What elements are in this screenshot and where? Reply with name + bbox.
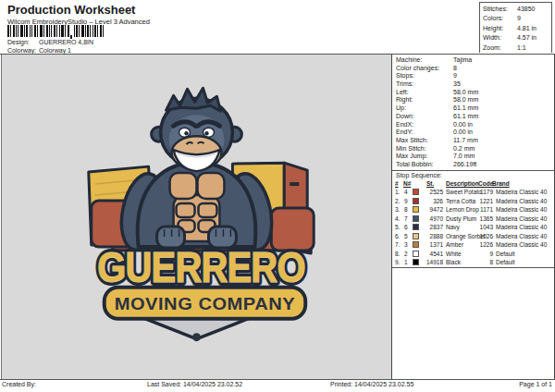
- thread-needle: 3: [404, 240, 408, 250]
- thread-needle: 8: [404, 205, 408, 214]
- thread-code: 8: [470, 258, 493, 267]
- design-value: GUERRERO 4,8IN: [39, 39, 93, 45]
- machine-info-value: 0.00 in: [453, 121, 473, 129]
- machine-info-row: Color changes: 8: [392, 65, 554, 73]
- guerrero-logo-artwork: GUERRERO GUERRERO MOVING COMPANY: [2, 55, 391, 379]
- design-stats-box: Stitches: 43850 Colors: 9 Height: 4.81 i…: [479, 2, 552, 53]
- machine-info-row: EndX: 0.00 in: [392, 121, 554, 129]
- machine-info-value: 61.1 mm: [453, 104, 478, 113]
- colorway-row: Colorway: Colorway 1: [7, 47, 71, 54]
- thread-brand: Madeira Classic 40: [496, 188, 547, 197]
- thread-stitch-count: 2888: [419, 232, 443, 241]
- thread-color-swatch: [413, 224, 419, 230]
- machine-info-label: EndX:: [396, 121, 453, 129]
- thread-color-swatch: [413, 251, 419, 257]
- svg-text:GUERRERO: GUERRERO: [97, 243, 304, 291]
- thread-seq: 1.: [395, 188, 400, 197]
- gorilla-head: [152, 88, 242, 171]
- footer-printed: Printed: 14/04/2025 23.02.55: [330, 381, 413, 387]
- machine-info-label: Up:: [396, 104, 453, 113]
- thread-needle: 4: [404, 188, 408, 197]
- thread-code: 1221: [470, 197, 493, 206]
- thread-seq: 2.: [395, 197, 400, 206]
- machine-info-value: Tajima: [453, 56, 472, 65]
- production-worksheet-page: Production Worksheet Wilcom EmbroiderySt…: [0, 0, 555, 392]
- machine-info-row: Total Bobbin: 266.19ft: [392, 161, 554, 169]
- design-preview-area: GUERRERO GUERRERO MOVING COMPANY: [1, 55, 391, 379]
- thread-seq: 9.: [395, 258, 400, 267]
- col-header-needle: N#: [403, 180, 411, 187]
- machine-info-row: Min Stitch: 0.2 mm: [392, 145, 554, 153]
- thread-row: 8. 2 4541 White 9 Default: [392, 250, 554, 259]
- machine-info-value: 9: [453, 72, 457, 80]
- thread-brand: Madeira Classic 40: [496, 214, 547, 224]
- thread-seq: 8.: [395, 250, 400, 259]
- thread-seq: 4.: [395, 214, 400, 224]
- thread-stitch-count: 2525: [419, 188, 443, 197]
- stat-label: Stitches:: [483, 5, 517, 14]
- stat-label: Width:: [483, 33, 517, 43]
- machine-info-value: 35: [453, 80, 461, 89]
- stat-value: 43850: [517, 5, 535, 14]
- thread-stitch-count: 9472: [419, 205, 443, 214]
- details-panel: Machine: Tajima Color changes: 8 Stops: …: [391, 55, 555, 379]
- machine-info-value: 266.19ft: [453, 161, 476, 169]
- machine-info-value: 58.0 mm: [453, 96, 478, 104]
- design-name-row: Design: GUERRERO 4,8IN: [7, 39, 93, 45]
- machine-info-label: Down:: [396, 113, 453, 121]
- thread-row: 9. 1 14918 Black 8 Default: [392, 258, 554, 267]
- machine-info-row: Max Stitch: 11.7 mm: [392, 137, 554, 145]
- thread-brand: Default: [496, 250, 515, 259]
- machine-info-label: Right:: [396, 96, 453, 104]
- thread-stitch-count: 4970: [419, 214, 443, 224]
- stat-value: 4.81 in: [517, 24, 536, 33]
- thread-code: 1026: [470, 232, 493, 241]
- machine-info-row: Stops: 9: [392, 72, 554, 80]
- thread-row: 6. 5 2888 Orange Sorbet 1026 Madeira Cla…: [392, 232, 554, 241]
- colorway-value: Colorway 1: [39, 47, 71, 54]
- machine-info-label: Color changes:: [396, 65, 453, 73]
- stat-value: 9: [517, 14, 521, 23]
- stat-row: Colors: 9: [483, 14, 551, 23]
- thread-brand: Madeira Classic 40: [496, 197, 547, 206]
- thread-needle: 2: [404, 250, 408, 259]
- stat-row: Width: 4.57 in: [483, 33, 551, 43]
- stat-value: 1:1: [517, 43, 526, 53]
- design-barcode: [7, 25, 109, 39]
- barcode-bars: [7, 25, 104, 39]
- col-header-description: Description: [446, 180, 479, 187]
- machine-info-label: Total Bobbin:: [396, 161, 453, 169]
- machine-info-value: 0.2 mm: [453, 145, 475, 153]
- stat-value: 4.57 in: [517, 33, 536, 43]
- thread-brand: Madeira Classic 40: [496, 240, 547, 250]
- thread-brand: Default: [496, 258, 515, 267]
- thread-code: 1365: [470, 214, 493, 224]
- machine-info-list: Machine: Tajima Color changes: 8 Stops: …: [392, 56, 554, 169]
- thread-code: 1226: [470, 240, 493, 250]
- logo-name-text: GUERRERO GUERRERO: [97, 243, 304, 291]
- footer-page-number: Page 1 of 1: [519, 381, 552, 387]
- thread-row: 5. 6 2837 Navy 1043 Madeira Classic 40: [392, 223, 554, 232]
- design-label: Design:: [7, 39, 37, 45]
- thread-code: 1043: [470, 223, 493, 232]
- thread-row: 7. 3 1371 Amber 1226 Madeira Classic 40: [392, 240, 554, 250]
- thread-seq: 5.: [395, 223, 400, 232]
- machine-info-value: 58.0 mm: [453, 89, 478, 97]
- machine-info-label: Max Jump:: [396, 153, 453, 161]
- footer-divider: [0, 379, 555, 380]
- thread-stitch-count: 4541: [419, 250, 443, 259]
- col-header-code: Code: [478, 180, 493, 187]
- machine-info-label: Stops:: [396, 72, 453, 80]
- table-bottom-divider: [392, 267, 554, 268]
- thread-description: Navy: [446, 223, 460, 232]
- page-title: Production Worksheet: [7, 3, 135, 17]
- thread-color-swatch: [413, 215, 419, 222]
- stop-sequence-table: 1. 4 2525 Sweet Potato 1179 Madeira Clas…: [392, 188, 554, 267]
- thread-stitch-count: 1371: [419, 240, 443, 250]
- machine-info-label: Machine:: [396, 56, 453, 65]
- thread-seq: 7.: [395, 240, 400, 250]
- machine-info-value: 8: [453, 65, 457, 73]
- panel-divider: [392, 170, 554, 171]
- machine-info-row: Up: 61.1 mm: [392, 104, 554, 113]
- machine-info-value: 0.00 in: [453, 129, 473, 137]
